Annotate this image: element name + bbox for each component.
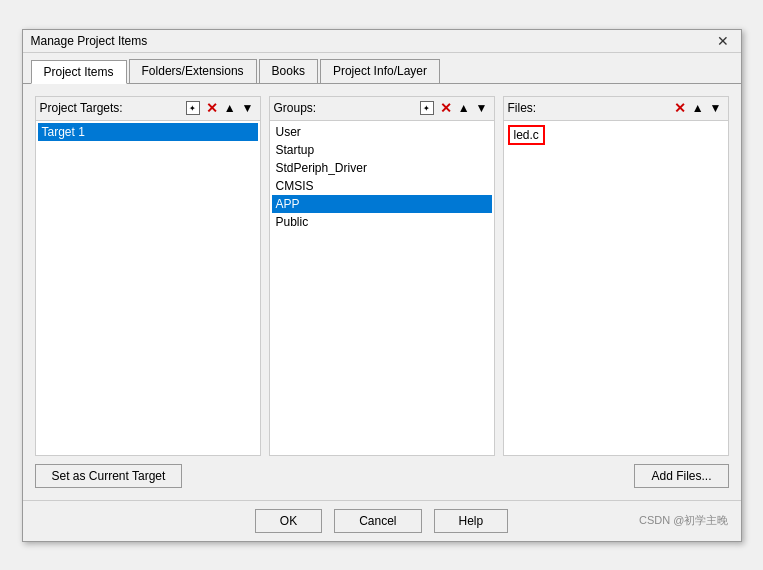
targets-header: Project Targets: ✦ ✕ ▲ ▼ — [36, 97, 260, 121]
list-item[interactable]: User — [272, 123, 492, 141]
groups-down-button[interactable]: ▼ — [474, 101, 490, 115]
groups-list: User Startup StdPeriph_Driver CMSIS APP … — [270, 121, 494, 455]
targets-new-button[interactable]: ✦ — [184, 100, 202, 116]
targets-list: Target 1 — [36, 121, 260, 455]
project-targets-panel: Project Targets: ✦ ✕ ▲ ▼ — [35, 96, 261, 456]
files-list: led.c — [504, 121, 728, 455]
tab-bar: Project Items Folders/Extensions Books P… — [23, 53, 741, 84]
files-down-button[interactable]: ▼ — [708, 101, 724, 115]
dialog-footer: OK Cancel CSDN @初学主晚 Help — [23, 500, 741, 541]
panels-row: Project Targets: ✦ ✕ ▲ ▼ — [35, 96, 729, 456]
help-button[interactable]: Help — [434, 509, 509, 533]
close-button[interactable]: ✕ — [713, 34, 733, 48]
bottom-right: Add Files... — [634, 464, 728, 488]
targets-down-button[interactable]: ▼ — [240, 101, 256, 115]
list-item[interactable]: CMSIS — [272, 177, 492, 195]
targets-delete-button[interactable]: ✕ — [204, 100, 220, 116]
bottom-left: Set as Current Target — [35, 464, 183, 488]
list-item[interactable]: Target 1 — [38, 123, 258, 141]
cancel-button[interactable]: Cancel — [334, 509, 421, 533]
targets-up-button[interactable]: ▲ — [222, 101, 238, 115]
bottom-row: Set as Current Target Add Files... — [35, 464, 729, 488]
set-current-target-button[interactable]: Set as Current Target — [35, 464, 183, 488]
tab-project-items[interactable]: Project Items — [31, 60, 127, 84]
list-item[interactable]: Public — [272, 213, 492, 231]
targets-label: Project Targets: — [40, 101, 182, 115]
watermark: CSDN @初学主晚 — [639, 513, 728, 528]
files-up-button[interactable]: ▲ — [690, 101, 706, 115]
groups-label: Groups: — [274, 101, 416, 115]
tab-folders-extensions[interactable]: Folders/Extensions — [129, 59, 257, 83]
title-bar: Manage Project Items ✕ — [23, 30, 741, 53]
ok-button[interactable]: OK — [255, 509, 322, 533]
dialog-title: Manage Project Items — [31, 34, 148, 48]
groups-header: Groups: ✦ ✕ ▲ ▼ — [270, 97, 494, 121]
manage-project-dialog: Manage Project Items ✕ Project Items Fol… — [22, 29, 742, 542]
add-files-button[interactable]: Add Files... — [634, 464, 728, 488]
tab-project-info-layer[interactable]: Project Info/Layer — [320, 59, 440, 83]
list-item[interactable]: led.c — [508, 125, 545, 145]
groups-delete-button[interactable]: ✕ — [438, 100, 454, 116]
list-item[interactable]: APP — [272, 195, 492, 213]
content-area: Project Targets: ✦ ✕ ▲ ▼ — [23, 84, 741, 500]
groups-new-button[interactable]: ✦ — [418, 100, 436, 116]
files-label: Files: — [508, 101, 670, 115]
groups-up-button[interactable]: ▲ — [456, 101, 472, 115]
files-delete-button[interactable]: ✕ — [672, 100, 688, 116]
list-item[interactable]: StdPeriph_Driver — [272, 159, 492, 177]
tab-books[interactable]: Books — [259, 59, 318, 83]
groups-panel: Groups: ✦ ✕ ▲ ▼ User Start — [269, 96, 495, 456]
files-panel: Files: ✕ ▲ ▼ led.c — [503, 96, 729, 456]
files-header: Files: ✕ ▲ ▼ — [504, 97, 728, 121]
list-item[interactable]: Startup — [272, 141, 492, 159]
